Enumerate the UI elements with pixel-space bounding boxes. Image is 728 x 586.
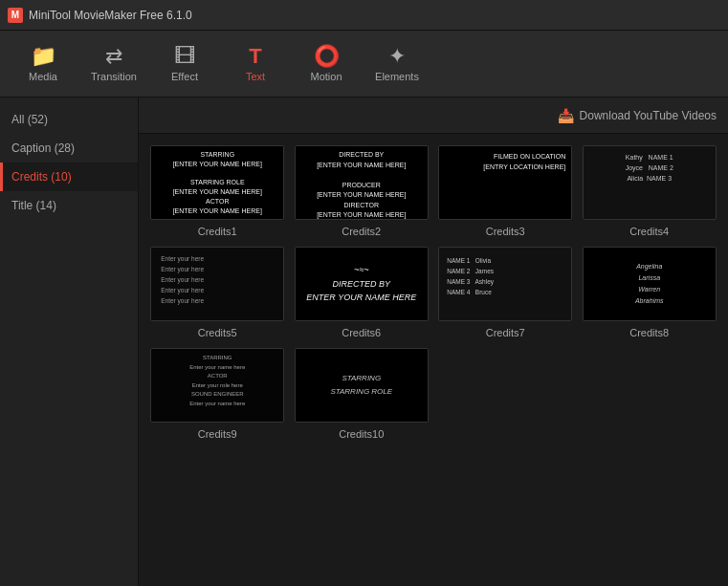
credits9-thumbnail: STARRINGEnter your name hereACTOREnter y… — [150, 348, 284, 423]
sidebar-item-all[interactable]: All (52) — [0, 105, 138, 134]
sidebar-item-caption[interactable]: Caption (28) — [0, 134, 138, 163]
motion-icon: ⭕ — [314, 46, 340, 67]
download-youtube-button[interactable]: 📥 Download YouTube Videos — [558, 108, 717, 123]
toolbar-media[interactable]: 📁 Media — [10, 34, 77, 94]
credits-grid: STARRING[ENTER YOUR NAME HERE]STARRING R… — [139, 134, 728, 451]
list-item[interactable]: ~≈~ DIRECTED BY ENTER YOUR NAME HERE Cre… — [295, 247, 430, 338]
credits4-label: Credits4 — [629, 226, 669, 237]
toolbar-motion[interactable]: ⭕ Motion — [293, 34, 360, 94]
toolbar: 📁 Media ⇄ Transition 🎞 Effect T Text ⭕ M… — [0, 31, 728, 98]
list-item[interactable]: NAME 1 OliviaNAME 2 JamesNAME 3 AshleyNA… — [438, 247, 573, 338]
toolbar-elements[interactable]: ✦ Elements — [364, 34, 430, 94]
content-area: All (52) Caption (28) Credits (10) Title… — [0, 98, 728, 586]
app-icon: M — [8, 8, 23, 23]
sidebar-item-title[interactable]: Title (14) — [0, 191, 138, 220]
credits1-thumbnail: STARRING[ENTER YOUR NAME HERE]STARRING R… — [150, 145, 284, 220]
list-item[interactable]: Angelina Larissa Warren Abrahims Credits… — [583, 247, 717, 338]
toolbar-text[interactable]: T Text — [222, 34, 289, 94]
toolbar-elements-label: Elements — [375, 71, 419, 82]
credits7-thumbnail: NAME 1 OliviaNAME 2 JamesNAME 3 AshleyNA… — [438, 247, 572, 321]
download-youtube-label: Download YouTube Videos — [580, 109, 717, 122]
sidebar: All (52) Caption (28) Credits (10) Title… — [0, 98, 139, 586]
credits9-label: Credits9 — [198, 428, 237, 440]
credits5-thumbnail: Enter your hereEnter your hereEnter your… — [150, 247, 284, 321]
toolbar-transition[interactable]: ⇄ Transition — [80, 34, 147, 94]
credits8-label: Credits8 — [629, 327, 669, 338]
credits2-label: Credits2 — [342, 226, 381, 237]
titlebar: M MiniTool MovieMaker Free 6.1.0 — [0, 0, 728, 31]
list-item[interactable]: Enter your hereEnter your hereEnter your… — [150, 247, 285, 338]
credits4-thumbnail: Kathy NAME 1Joyce NAME 2Alicia NAME 3 — [583, 145, 717, 220]
credits3-label: Credits3 — [486, 226, 525, 237]
credits10-thumbnail: STARRING STARRING ROLE — [295, 348, 429, 423]
sidebar-item-credits[interactable]: Credits (10) — [0, 163, 138, 191]
credits1-label: Credits1 — [198, 226, 237, 237]
elements-icon: ✦ — [388, 46, 406, 67]
credits6-label: Credits6 — [342, 327, 381, 338]
toolbar-media-label: Media — [29, 71, 57, 82]
media-icon: 📁 — [31, 46, 56, 67]
transition-icon: ⇄ — [105, 46, 122, 67]
credits10-label: Credits10 — [339, 428, 384, 440]
main-panel: 📥 Download YouTube Videos STARRING[ENTER… — [139, 98, 728, 586]
app-title: MiniTool MovieMaker Free 6.1.0 — [29, 9, 192, 22]
main-topbar: 📥 Download YouTube Videos — [139, 98, 728, 134]
list-item[interactable]: STARRING[ENTER YOUR NAME HERE]STARRING R… — [150, 145, 285, 237]
credits2-thumbnail: DIRECTED BY[ENTER YOUR NAME HERE]PRODUCE… — [295, 145, 429, 220]
credits6-thumbnail: ~≈~ DIRECTED BY ENTER YOUR NAME HERE — [295, 247, 429, 321]
toolbar-motion-label: Motion — [310, 71, 342, 82]
credits3-thumbnail: FILMED ON LOCATION[ENTRY LOCATION HERE] — [438, 145, 572, 220]
text-icon: T — [249, 46, 261, 67]
list-item[interactable]: STARRINGEnter your name hereACTOREnter y… — [150, 348, 285, 440]
credits5-label: Credits5 — [198, 327, 237, 338]
effect-icon: 🎞 — [174, 46, 195, 67]
toolbar-effect[interactable]: 🎞 Effect — [151, 34, 218, 94]
list-item[interactable]: STARRING STARRING ROLE Credits10 — [295, 348, 430, 440]
download-icon: 📥 — [558, 108, 574, 123]
list-item[interactable]: Kathy NAME 1Joyce NAME 2Alicia NAME 3 Cr… — [583, 145, 717, 237]
toolbar-effect-label: Effect — [171, 71, 198, 82]
toolbar-text-label: Text — [246, 71, 265, 82]
list-item[interactable]: FILMED ON LOCATION[ENTRY LOCATION HERE] … — [438, 145, 573, 237]
toolbar-transition-label: Transition — [91, 71, 137, 82]
credits8-thumbnail: Angelina Larissa Warren Abrahims — [583, 247, 717, 321]
list-item[interactable]: DIRECTED BY[ENTER YOUR NAME HERE]PRODUCE… — [295, 145, 430, 237]
credits7-label: Credits7 — [486, 327, 525, 338]
